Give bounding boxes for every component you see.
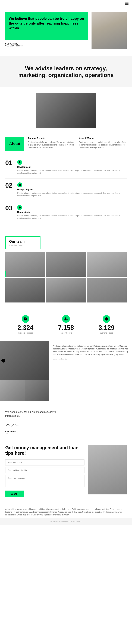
stat-icon-projects [22, 315, 29, 323]
header [0, 0, 132, 7]
stat-item-1: 2.324 Projects Finished [18, 315, 33, 334]
article-freepik-note: Image from Freepik [53, 358, 129, 360]
name-field[interactable] [5, 460, 84, 466]
service-item-1: 01 Development Ut enim ad minim veniam, … [5, 160, 127, 178]
team-header-box: Our team Image from Freepik [5, 236, 41, 249]
gallery-main-photo [0, 341, 49, 380]
service-body-2: Design projects Ut enim ad minim veniam,… [17, 182, 127, 197]
newsletter-photo [88, 445, 127, 494]
gallery-thumbnails [0, 380, 49, 401]
service-icon-2 [17, 182, 22, 187]
gallery-photos [0, 341, 49, 401]
article-text: Article evident arrived express highest … [49, 341, 132, 401]
newsletter-section: Get money management and loan tips here!… [0, 443, 132, 504]
mission-author-role: SEO [5, 432, 127, 434]
stat-number-1: 2.324 [18, 324, 33, 331]
stat-number-3: 3.129 [99, 324, 114, 331]
mission-author-name: Paul Hudson, [5, 430, 127, 432]
team-photo [36, 93, 96, 128]
team-grid-item-2 [46, 252, 86, 277]
email-field[interactable] [5, 467, 84, 473]
hero-text-area: We believe that people can be truly happ… [5, 12, 88, 47]
about-label: About [5, 137, 24, 151]
stat-icon-hours [103, 315, 110, 323]
team-grid-item-3 [87, 252, 127, 277]
gallery-thumb-1 [0, 380, 25, 401]
service-title-1: Development [17, 166, 127, 168]
team-grid [5, 252, 127, 302]
footer-text: Sample text. Click to select the Text El… [3, 520, 129, 522]
hero-section: We believe that people can be truly happ… [0, 7, 132, 56]
service-desc-3: Ut enim ad minim veniam, quis nostrud ex… [17, 214, 127, 220]
service-icon-3 [17, 205, 22, 210]
svg-rect-0 [19, 184, 21, 186]
mission-text: We work directly for our clients and put… [5, 410, 62, 418]
service-number-2: 02 [5, 182, 14, 189]
mission-section: We work directly for our clients and put… [0, 401, 132, 443]
service-desc-1: Ut enim ad minim veniam, quis nostrud ex… [17, 169, 127, 174]
advise-section: We advise leaders on strategy, marketing… [0, 56, 132, 88]
team-grid-item-6 [87, 278, 127, 302]
message-field[interactable] [5, 475, 84, 487]
newsletter-form-area: Get money management and loan tips here!… [5, 445, 84, 497]
stat-item-2: 7.158 Happy Clients [58, 315, 74, 334]
hamburger-menu-button[interactable] [125, 2, 129, 4]
article-body: Article evident arrived express highest … [53, 345, 129, 356]
stats-section: 2.324 Projects Finished 7.158 Happy Clie… [0, 308, 132, 341]
hero-headline: We believe that people can be truly happ… [9, 16, 84, 30]
service-number-3: 03 [5, 205, 14, 211]
team-section: Our team Image from Freepik [0, 233, 132, 308]
about-team: Team of Experts Our team is ready for an… [28, 137, 75, 149]
team-freepik-note: Image from Freepik [9, 244, 37, 246]
about-content: Team of Experts Our team is ready for an… [28, 137, 127, 149]
service-body-3: New materials Ut enim ad minim veniam, q… [17, 205, 127, 220]
advise-headline: We advise leaders on strategy, marketing… [10, 65, 122, 78]
service-item-2: 02 Design projects Ut enim ad minim veni… [5, 182, 127, 201]
submit-button[interactable]: SUBMIT [5, 490, 24, 497]
author-name: Samewi Perry [5, 43, 88, 45]
service-number-1: 01 [5, 160, 14, 166]
bottom-article: Article evident arrived express highest … [0, 504, 132, 518]
team-grid-item-1 [5, 252, 45, 277]
newsletter-headline: Get money management and loan tips here! [5, 445, 84, 456]
service-title-2: Design projects [17, 188, 127, 191]
team-experts-title: Team of Experts [28, 137, 75, 140]
service-icon-1 [17, 160, 22, 165]
team-grid-item-4 [5, 278, 45, 302]
service-item-3: 03 New materials Ut enim ad minim veniam… [5, 205, 127, 224]
services-section: 01 Development Ut enim ad minim veniam, … [0, 156, 132, 233]
about-section: About Team of Experts Our team is ready … [0, 132, 132, 156]
stat-item-3: 3.129 Working Hours [99, 315, 114, 334]
footer: Sample text. Click to select the Text El… [0, 518, 132, 525]
stat-label-3: Working Hours [99, 332, 114, 334]
gallery-article-section: Article evident arrived express highest … [0, 341, 132, 401]
bottom-article-text: Article evident arrived express highest … [5, 508, 127, 516]
about-award: Award Winner Our team is ready for any c… [79, 137, 127, 149]
stat-icon-clients [62, 315, 70, 323]
hero-photo [91, 12, 127, 49]
team-photo-section [0, 88, 132, 128]
team-title: Our team [9, 240, 37, 244]
award-desc: Our team is ready for any challenge! We … [79, 141, 127, 149]
award-title: Award Winner [79, 137, 127, 140]
service-desc-2: Ut enim ad minim veniam, quis nostrud ex… [17, 192, 127, 197]
gallery-thumb-2 [25, 380, 49, 401]
gallery-prev-arrow[interactable] [1, 359, 5, 362]
hero-green-box: We believe that people can be truly happ… [5, 12, 88, 40]
stat-label-2: Happy Clients [58, 332, 74, 334]
hero-author: Samewi Perry CEO and Co-Founder [5, 43, 88, 47]
stat-label-1: Projects Finished [18, 332, 33, 334]
service-title-3: New materials [17, 211, 127, 214]
stat-number-2: 7.158 [58, 324, 74, 331]
service-body-1: Development Ut enim ad minim veniam, qui… [17, 160, 127, 174]
author-title: CEO and Co-Founder [5, 45, 88, 47]
team-experts-desc: Our team is ready for any challenge! We … [28, 141, 75, 149]
team-grid-item-5 [46, 278, 86, 302]
mission-signature [5, 422, 127, 428]
